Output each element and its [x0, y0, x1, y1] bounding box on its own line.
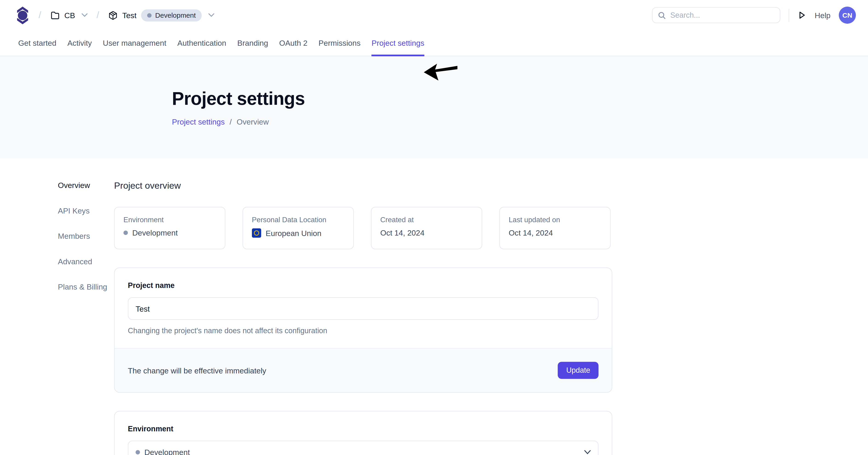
search-icon: [658, 11, 666, 19]
settings-sidebar: Overview API Keys Members Advanced Plans…: [0, 158, 114, 455]
info-card-environment: Environment Development: [114, 207, 225, 249]
play-icon[interactable]: [798, 10, 806, 20]
info-card-label: Created at: [380, 216, 473, 224]
status-dot-icon: [124, 230, 128, 235]
status-dot-icon: [135, 450, 140, 454]
info-card-value-text: Development: [132, 228, 178, 237]
info-card-value-text: Oct 14, 2024: [508, 228, 553, 237]
tab-project-settings[interactable]: Project settings: [372, 30, 424, 56]
breadcrumb-separator: /: [96, 10, 99, 21]
info-card-value: Oct 14, 2024: [380, 228, 473, 237]
project-name-card-footer: The change will be effective immediately…: [115, 348, 612, 392]
tab-branding[interactable]: Branding: [237, 30, 268, 56]
breadcrumb-link-project-settings[interactable]: Project settings: [172, 117, 225, 126]
project-name-card-body: Project name Changing the project's name…: [115, 268, 612, 348]
info-card-value: Oct 14, 2024: [508, 228, 601, 237]
breadcrumb: Project settings / Overview: [172, 117, 868, 126]
info-card-data-location: Personal Data Location European Union: [243, 207, 354, 249]
eu-flag-icon: [252, 228, 261, 238]
divider: [789, 8, 789, 22]
folder-icon: [50, 10, 60, 20]
breadcrumb-current: Overview: [237, 117, 269, 126]
project-name: Test: [122, 11, 136, 20]
project-name-label: Project name: [128, 281, 599, 289]
top-header: / CB / Test: [0, 0, 868, 30]
tab-activity[interactable]: Activity: [67, 30, 92, 56]
sidebar-item-overview[interactable]: Overview: [58, 180, 114, 196]
sidebar-item-api-keys[interactable]: API Keys: [58, 206, 114, 221]
footer-note: The change will be effective immediately: [128, 366, 267, 375]
breadcrumb-separator: /: [229, 117, 232, 126]
info-card-created-at: Created at Oct 14, 2024: [371, 207, 482, 249]
primary-nav: Get started Activity User management Aut…: [0, 30, 868, 56]
update-button[interactable]: Update: [558, 362, 599, 379]
topbar-actions: Help CN: [652, 7, 856, 24]
info-card-value: European Union: [252, 228, 344, 238]
environment-card-body: Environment Development: [115, 411, 612, 455]
info-card-label: Last updated on: [508, 216, 601, 224]
info-card-value: Development: [124, 228, 216, 237]
settings-main: Project overview Environment Development…: [114, 158, 613, 455]
tab-oauth2[interactable]: OAuth 2: [279, 30, 308, 56]
page-hero: Project settings Project settings / Over…: [0, 56, 868, 158]
environment-card: Environment Development: [114, 411, 613, 455]
org-switcher[interactable]: CB: [50, 10, 88, 20]
tab-authentication[interactable]: Authentication: [177, 30, 226, 56]
content-area: Overview API Keys Members Advanced Plans…: [0, 158, 868, 455]
user-avatar[interactable]: CN: [839, 7, 856, 24]
chevron-down-icon: [82, 13, 88, 17]
info-card-value-text: Oct 14, 2024: [380, 228, 424, 237]
section-title: Project overview: [114, 180, 613, 191]
environment-badge-label: Development: [155, 11, 196, 19]
tab-get-started[interactable]: Get started: [18, 30, 56, 56]
package-icon: [108, 10, 118, 20]
app-window: / CB / Test: [0, 0, 868, 455]
search-input[interactable]: [670, 11, 775, 19]
sidebar-item-members[interactable]: Members: [58, 231, 114, 247]
tab-user-management[interactable]: User management: [103, 30, 166, 56]
project-name-input[interactable]: [128, 297, 599, 320]
app-logo-icon[interactable]: [16, 5, 30, 25]
info-card-label: Personal Data Location: [252, 216, 344, 224]
chevron-down-icon: [584, 450, 591, 454]
tab-permissions[interactable]: Permissions: [318, 30, 361, 56]
help-link[interactable]: Help: [815, 11, 831, 20]
environment-select-value: Development: [135, 448, 190, 455]
sidebar-item-advanced[interactable]: Advanced: [58, 256, 114, 272]
project-switcher[interactable]: Test Development: [108, 9, 215, 21]
project-name-helper-text: Changing the project's name does not aff…: [128, 326, 599, 335]
info-card-row: Environment Development Personal Data Lo…: [114, 207, 613, 249]
environment-label: Environment: [128, 425, 599, 433]
chevron-down-icon: [209, 13, 215, 17]
info-card-value-text: European Union: [266, 229, 321, 237]
global-search[interactable]: [652, 7, 780, 23]
project-name-card: Project name Changing the project's name…: [114, 267, 613, 393]
info-card-label: Environment: [124, 216, 216, 224]
environment-select-text: Development: [145, 448, 190, 455]
info-card-last-updated: Last updated on Oct 14, 2024: [499, 207, 611, 249]
sidebar-item-plans-billing[interactable]: Plans & Billing: [58, 282, 114, 297]
status-dot-icon: [147, 13, 151, 17]
org-name: CB: [64, 11, 75, 20]
breadcrumb-separator: /: [38, 10, 41, 21]
page-title: Project settings: [172, 88, 868, 109]
environment-badge: Development: [141, 9, 202, 21]
environment-select[interactable]: Development: [128, 441, 599, 455]
